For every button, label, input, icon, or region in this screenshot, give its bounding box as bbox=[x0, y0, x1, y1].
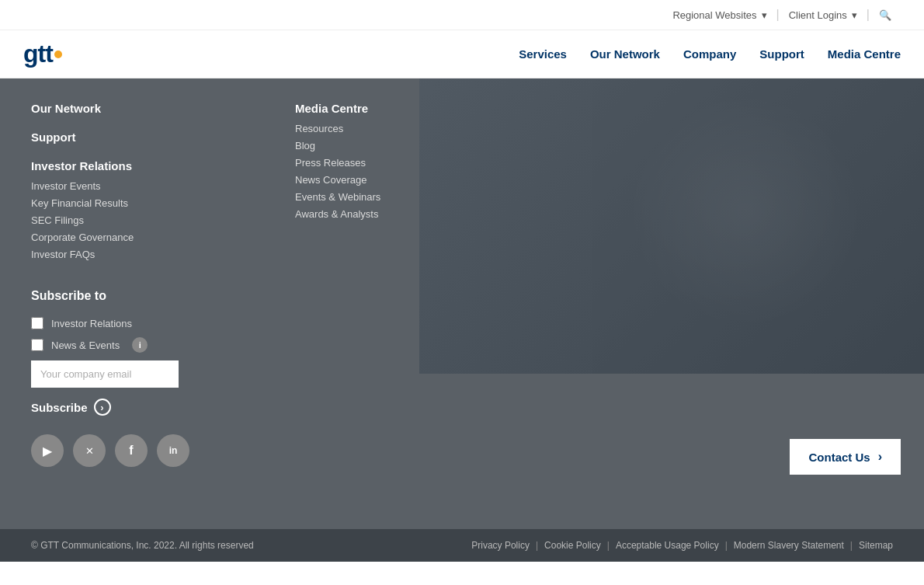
youtube-icon[interactable]: ▶ bbox=[31, 434, 64, 467]
legal-divider-4: | bbox=[850, 540, 853, 551]
legal-divider-2: | bbox=[607, 540, 610, 551]
investor-relations-checkbox[interactable] bbox=[31, 317, 43, 329]
nav-company[interactable]: Company bbox=[683, 47, 736, 61]
key-financial-results-link[interactable]: Key Financial Results bbox=[31, 197, 128, 209]
awards-analysts-link[interactable]: Awards & Analysts bbox=[295, 208, 378, 220]
legal-divider-3: | bbox=[725, 540, 728, 551]
list-item: Investor FAQs bbox=[31, 247, 248, 261]
list-item: Investor Events bbox=[31, 179, 248, 193]
news-coverage-link[interactable]: News Coverage bbox=[295, 174, 367, 186]
email-input[interactable] bbox=[31, 360, 179, 388]
legal-links: Privacy Policy | Cookie Policy | Accepta… bbox=[471, 540, 893, 551]
footer-our-network[interactable]: Our Network bbox=[31, 102, 248, 115]
cookie-policy-link[interactable]: Cookie Policy bbox=[544, 540, 601, 551]
header: gtt Services Our Network Company Support… bbox=[0, 30, 924, 78]
contact-us-arrow-icon: › bbox=[878, 450, 882, 464]
list-item: SEC Filings bbox=[31, 213, 248, 227]
list-item: Corporate Governance bbox=[31, 230, 248, 244]
footer-bottom: © GTT Communications, Inc. 2022. All rig… bbox=[0, 529, 924, 562]
press-releases-link[interactable]: Press Releases bbox=[295, 157, 366, 169]
footer-support[interactable]: Support bbox=[31, 131, 248, 144]
investor-relations-links: Investor Events Key Financial Results SE… bbox=[31, 179, 248, 261]
logo-dot bbox=[54, 50, 62, 58]
nav-services[interactable]: Services bbox=[519, 47, 567, 61]
regional-websites-button[interactable]: Regional Websites ▾ bbox=[663, 9, 776, 21]
subscribe-arrow-icon: › bbox=[94, 399, 111, 416]
search-button[interactable]: 🔍 bbox=[870, 9, 901, 21]
main-nav: Services Our Network Company Support Med… bbox=[519, 47, 901, 61]
acceptable-usage-link[interactable]: Acceptable Usage Policy bbox=[616, 540, 719, 551]
client-logins-label: Client Logins bbox=[789, 9, 847, 21]
footer-investor-relations-title[interactable]: Investor Relations bbox=[31, 159, 248, 172]
events-webinars-link[interactable]: Events & Webinars bbox=[295, 191, 380, 203]
investor-faqs-link[interactable]: Investor FAQs bbox=[31, 249, 95, 260]
footer-bg-circle bbox=[629, 94, 862, 327]
news-events-checkbox[interactable] bbox=[31, 339, 43, 351]
legal-divider-1: | bbox=[536, 540, 538, 551]
facebook-icon[interactable]: f bbox=[115, 434, 148, 467]
nav-media-centre[interactable]: Media Centre bbox=[828, 47, 901, 61]
linkedin-icon[interactable]: in bbox=[157, 434, 189, 467]
contact-us-label: Contact Us bbox=[808, 451, 870, 464]
copyright-text: © GTT Communications, Inc. 2022. All rig… bbox=[31, 540, 254, 551]
regional-chevron-icon: ▾ bbox=[762, 9, 767, 21]
top-bar: Regional Websites ▾ | Client Logins ▾ | … bbox=[0, 0, 924, 30]
nav-our-network[interactable]: Our Network bbox=[590, 47, 660, 61]
resources-link[interactable]: Resources bbox=[295, 123, 343, 134]
modern-slavery-link[interactable]: Modern Slavery Statement bbox=[734, 540, 844, 551]
logo[interactable]: gtt bbox=[23, 40, 62, 68]
investor-relations-checkbox-label: Investor Relations bbox=[51, 318, 132, 329]
footer-area: Our Network Support Investor Relations I… bbox=[0, 78, 924, 529]
info-icon[interactable]: i bbox=[132, 337, 148, 353]
sitemap-link[interactable]: Sitemap bbox=[859, 540, 893, 551]
client-logins-chevron-icon: ▾ bbox=[852, 9, 857, 21]
corporate-governance-link[interactable]: Corporate Governance bbox=[31, 232, 134, 243]
contact-us-button[interactable]: Contact Us › bbox=[790, 439, 901, 475]
news-events-checkbox-label: News & Events bbox=[51, 340, 120, 351]
logo-text: gtt bbox=[23, 40, 53, 68]
subscribe-button[interactable]: Subscribe › bbox=[31, 399, 111, 416]
list-item: Key Financial Results bbox=[31, 196, 248, 210]
client-logins-button[interactable]: Client Logins ▾ bbox=[780, 9, 867, 21]
subscribe-button-label: Subscribe bbox=[31, 401, 88, 414]
privacy-policy-link[interactable]: Privacy Policy bbox=[471, 540, 530, 551]
sec-filings-link[interactable]: SEC Filings bbox=[31, 214, 84, 226]
footer-left-column: Our Network Support Investor Relations I… bbox=[31, 102, 248, 266]
investor-events-link[interactable]: Investor Events bbox=[31, 180, 101, 192]
nav-support[interactable]: Support bbox=[759, 47, 804, 61]
social-icons-row: ▶ ✕ f in bbox=[31, 434, 893, 467]
regional-websites-label: Regional Websites bbox=[672, 9, 756, 21]
search-icon: 🔍 bbox=[879, 9, 891, 21]
footer-bg-decoration bbox=[419, 78, 924, 374]
twitter-icon[interactable]: ✕ bbox=[73, 434, 106, 467]
blog-link[interactable]: Blog bbox=[295, 140, 315, 151]
